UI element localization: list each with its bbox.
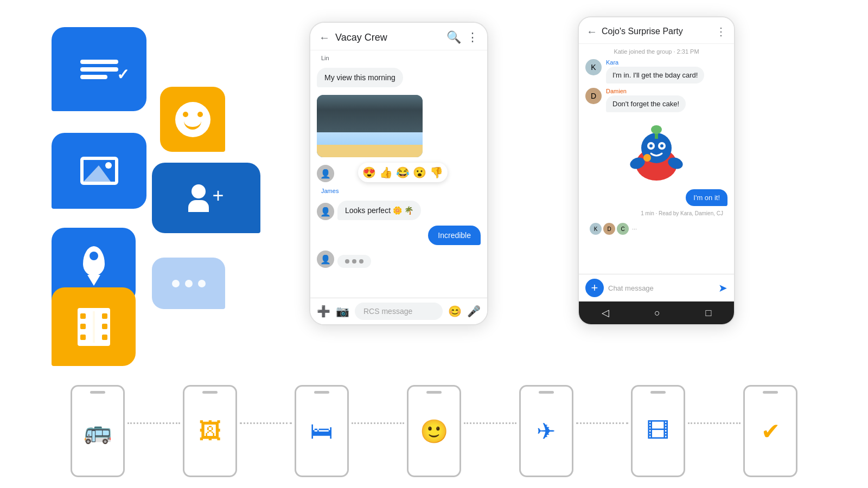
image-bubble — [52, 133, 146, 209]
camera-icon[interactable]: 📷 — [336, 305, 349, 318]
damien-message-text: Don't forget the cake! — [606, 95, 686, 112]
avatar-tiny-1: K — [590, 223, 602, 235]
typing-dot-3 — [198, 280, 206, 287]
avatar-damien: D — [585, 88, 602, 104]
nav-back-button[interactable]: ◁ — [602, 307, 609, 319]
mini-phone-7: ✔ — [743, 385, 797, 477]
film-holes-right — [102, 308, 107, 346]
mini-phone-4: 🙂 — [407, 385, 461, 477]
smiley-eye-right — [197, 112, 203, 117]
add-person-bubble: + — [152, 163, 260, 233]
film-hole — [80, 335, 86, 340]
line-2 — [80, 67, 118, 72]
film-hole — [102, 324, 107, 329]
avatar-typing: 👤 — [317, 251, 334, 268]
dotted-line-1 — [127, 422, 180, 424]
bottom-phone-6: 🎞 — [631, 385, 685, 477]
mic-icon[interactable]: 🎤 — [467, 305, 481, 318]
more-options-icon[interactable]: ⋮ — [467, 30, 478, 44]
add-button[interactable]: + — [585, 279, 604, 297]
damien-message-row: D Damien Don't forget the cake! — [585, 88, 727, 112]
image-icon — [80, 157, 118, 185]
avatar-kara: K — [585, 59, 602, 75]
text-lines-bubble: ✓ — [52, 27, 146, 111]
emoji-laugh[interactable]: 😂 — [396, 166, 410, 179]
film-hole — [80, 324, 86, 329]
send-button[interactable]: ➤ — [718, 281, 727, 294]
center-phone-title: Vacay Crew — [335, 32, 441, 43]
back-button[interactable]: ← — [319, 31, 330, 44]
kara-message-content: Kara I'm in. I'll get the bday card! — [606, 59, 704, 84]
read-dots: ··· — [632, 226, 637, 232]
right-more-options-icon[interactable]: ⋮ — [716, 25, 726, 38]
check-icon-bottom: ✔ — [761, 418, 780, 445]
kara-sender-name: Kara — [606, 59, 704, 66]
smiley-smile — [184, 121, 201, 130]
person-shape — [188, 184, 209, 212]
damien-message-content: Damien Don't forget the cake! — [606, 88, 686, 112]
emoji-thumbsup[interactable]: 👍 — [379, 166, 393, 179]
read-avatars: K D C ··· — [585, 221, 727, 237]
bottom-phone-7: ✔ — [743, 385, 797, 477]
chat-image[interactable] — [317, 95, 423, 157]
avatar-james: 👤 — [317, 203, 334, 220]
damien-sender-name: Damien — [606, 88, 686, 94]
emoji-reactions-bar[interactable]: 😍 👍 😂 😮 👎 — [358, 163, 448, 182]
system-message: Katie joined the group · 2:31 PM — [585, 48, 727, 55]
location-pin-shape — [83, 246, 105, 276]
emoji-icon[interactable]: 😊 — [448, 305, 462, 318]
mini-phone-6: 🎞 — [631, 385, 685, 477]
line-1 — [80, 60, 118, 64]
location-pin-icon — [83, 246, 105, 285]
dotted-line-3 — [352, 422, 404, 424]
message-james-text: Looks perfect 🌼 🌴 — [337, 201, 421, 220]
right-phone-header: ← Cojo's Surprise Party ⋮ — [579, 17, 734, 44]
right-back-button[interactable]: ← — [586, 25, 597, 38]
nav-home-button[interactable]: ○ — [654, 307, 660, 319]
center-phone-body: Lin My view this morning 👤 😍 👍 😂 😮 👎 Jam… — [310, 50, 487, 298]
smiley-eye-left — [183, 112, 188, 117]
rcs-message-input[interactable]: RCS message — [355, 303, 443, 320]
sticker-area — [585, 117, 727, 185]
typing-dot-2 — [352, 259, 356, 264]
mini-phone-2: 🖼 — [183, 385, 237, 477]
film-hole — [102, 335, 107, 340]
typing-dot-3 — [359, 259, 363, 264]
typing-indicator — [337, 255, 371, 268]
sent-message-row: Incredible — [317, 226, 481, 245]
typing-dots-icon — [172, 280, 206, 287]
film-strip-icon — [78, 308, 110, 346]
person-head — [192, 184, 206, 198]
right-phone-nav: ◁ ○ □ — [579, 301, 734, 324]
emoji-wow[interactable]: 😮 — [413, 166, 426, 179]
dotted-line-5 — [576, 422, 629, 424]
dotted-line-6 — [688, 422, 741, 424]
left-icon-bubbles: ✓ + — [22, 16, 282, 363]
film-hole — [102, 313, 107, 319]
right-phone: ← Cojo's Surprise Party ⋮ Katie joined t… — [578, 16, 735, 325]
nav-recent-button[interactable]: □ — [705, 307, 711, 319]
line-3 — [80, 75, 107, 79]
add-icon[interactable]: ➕ — [317, 305, 330, 318]
dotted-line-4 — [464, 422, 516, 424]
image-rocks — [317, 95, 423, 132]
emoji-thumbsdown[interactable]: 👎 — [430, 166, 443, 179]
message-with-avatar-row: 👤 😍 👍 😂 😮 👎 — [317, 163, 481, 182]
avatar-lin: 👤 — [317, 165, 334, 182]
sticker-creature — [627, 121, 686, 181]
dotted-line-2 — [240, 422, 292, 424]
location-pin-inner — [90, 252, 98, 260]
chat-message-input[interactable]: Chat message — [608, 284, 714, 292]
svg-point-9 — [651, 125, 662, 134]
film-bubble — [52, 287, 136, 366]
person-body — [188, 200, 209, 212]
bottom-phone-1: 🚌 — [71, 385, 125, 477]
message-incredible: Incredible — [428, 226, 481, 245]
emoji-love[interactable]: 😍 — [362, 166, 376, 179]
bottom-phone-4: 🙂 — [407, 385, 461, 477]
avatar-tiny-3: C — [617, 223, 629, 235]
image-sand — [317, 145, 423, 157]
search-icon[interactable]: 🔍 — [446, 30, 461, 44]
kara-message-text: I'm in. I'll get the bday card! — [606, 67, 704, 84]
lines-check-icon: ✓ — [80, 60, 118, 79]
